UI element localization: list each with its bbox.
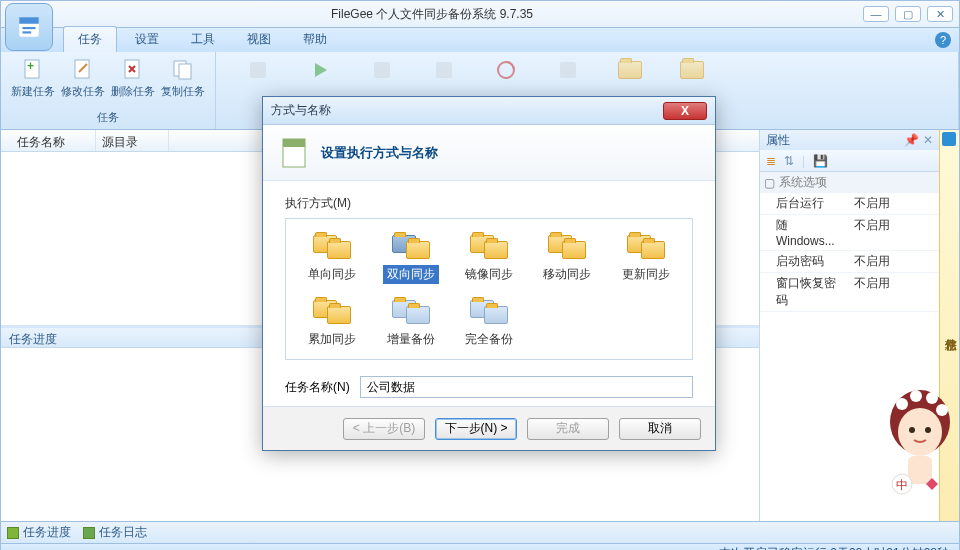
tab-tools[interactable]: 工具	[177, 27, 229, 52]
svg-point-22	[896, 398, 908, 410]
maximize-button[interactable]: ▢	[895, 6, 921, 22]
cancel-button[interactable]: 取消	[619, 418, 701, 440]
delete-task-icon	[121, 58, 145, 82]
copy-task-button[interactable]: 复制任务	[159, 56, 207, 110]
app-icon[interactable]	[5, 3, 53, 51]
new-task-button[interactable]: + 新建任务	[9, 56, 57, 110]
dialog-banner-text: 设置执行方式与名称	[321, 144, 438, 162]
dialog-banner-icon	[281, 137, 309, 169]
svg-point-23	[910, 390, 922, 402]
help-icon[interactable]: ?	[935, 32, 951, 48]
method-label: 执行方式(M)	[285, 195, 693, 212]
pin-icon[interactable]: 📌	[904, 133, 919, 147]
col-source-dir[interactable]: 源目录	[96, 130, 169, 151]
opt-full-backup[interactable]: 完全备份	[453, 296, 525, 351]
method-options: 单向同步 双向同步 镜像同步 移动同步 更新同步 累加同步 增量备份 完全备份	[285, 218, 693, 360]
property-row[interactable]: 后台运行不启用	[760, 193, 939, 215]
opt-accumulate-sync[interactable]: 累加同步	[296, 296, 368, 351]
tab-help[interactable]: 帮助	[289, 27, 341, 52]
next-button[interactable]: 下一步(N) >	[435, 418, 517, 440]
property-row[interactable]: 窗口恢复密码不启用	[760, 273, 939, 312]
tab-settings[interactable]: 设置	[121, 27, 173, 52]
property-row[interactable]: 随Windows...不启用	[760, 215, 939, 251]
finish-button: 完成	[527, 418, 609, 440]
opt-move-sync[interactable]: 移动同步	[531, 231, 603, 286]
bottom-tabs: 任务进度 任务日志	[0, 522, 960, 544]
window-title: FileGee 个人文件同步备份系统 9.7.35	[1, 6, 863, 23]
svg-marker-11	[315, 63, 327, 77]
opt-incremental-backup[interactable]: 增量备份	[374, 296, 446, 351]
svg-rect-1	[19, 17, 39, 24]
svg-text:中: 中	[896, 478, 908, 492]
svg-rect-13	[436, 62, 452, 78]
opt-mirror-sync[interactable]: 镜像同步	[453, 231, 525, 286]
svg-rect-2	[23, 27, 36, 29]
prev-button: < 上一步(B)	[343, 418, 425, 440]
copy-task-icon	[171, 58, 195, 82]
svg-point-25	[936, 404, 948, 416]
opt-oneway-sync[interactable]: 单向同步	[296, 231, 368, 286]
property-row[interactable]: 启动密码不启用	[760, 251, 939, 273]
bottom-tab-log[interactable]: 任务日志	[83, 524, 147, 541]
svg-text:+: +	[27, 59, 34, 73]
dialog-title: 方式与名称	[271, 102, 331, 119]
opt-update-sync[interactable]: 更新同步	[610, 231, 682, 286]
svg-rect-9	[179, 64, 191, 79]
task-name-input[interactable]	[360, 376, 693, 398]
titlebar: FileGee 个人文件同步备份系统 9.7.35 — ▢ ✕	[0, 0, 960, 28]
edit-task-button[interactable]: 修改任务	[59, 56, 107, 110]
properties-toolbar: ≣ ⇅ | 💾	[760, 150, 939, 172]
svg-point-24	[926, 392, 938, 404]
svg-rect-17	[283, 139, 305, 147]
minimize-button[interactable]: —	[863, 6, 889, 22]
delete-task-button[interactable]: 删除任务	[109, 56, 157, 110]
dialog-method-and-name: 方式与名称 X 设置执行方式与名称 执行方式(M) 单向同步 双向同步 镜像同步…	[262, 96, 716, 451]
sort-icon[interactable]: ⇅	[784, 154, 794, 168]
tab-view[interactable]: 视图	[233, 27, 285, 52]
svg-rect-15	[560, 62, 576, 78]
new-task-icon: +	[21, 58, 45, 82]
mascot-character[interactable]: 中	[880, 382, 960, 502]
close-button[interactable]: ✕	[927, 6, 953, 22]
svg-rect-3	[23, 31, 32, 33]
edit-task-icon	[71, 58, 95, 82]
col-task-name[interactable]: 任务名称	[11, 130, 96, 151]
close-panel-icon[interactable]: ✕	[923, 133, 933, 147]
svg-point-20	[909, 427, 915, 433]
save-icon[interactable]: 💾	[813, 154, 828, 168]
properties-title: 属性	[766, 132, 790, 149]
list-view-icon[interactable]: ≣	[766, 154, 776, 168]
tab-tasks[interactable]: 任务	[63, 26, 117, 52]
svg-point-21	[925, 427, 931, 433]
statusbar: 本次开启已稳定运行 0天00小时01分钟28秒	[0, 544, 960, 550]
menubar: 任务 设置 工具 视图 帮助 ?	[0, 28, 960, 52]
task-name-label: 任务名称(N)	[285, 379, 350, 396]
svg-rect-10	[250, 62, 266, 78]
bottom-tab-progress[interactable]: 任务进度	[7, 524, 71, 541]
svg-point-19	[898, 408, 942, 456]
ribbon-group-label: 任务	[9, 110, 207, 125]
opt-twoway-sync[interactable]: 双向同步	[374, 231, 446, 286]
status-text: 本次开启已稳定运行 0天00小时01分钟28秒	[719, 545, 949, 550]
svg-rect-12	[374, 62, 390, 78]
property-group[interactable]: ▢系统选项	[760, 172, 939, 193]
dialog-close-button[interactable]: X	[663, 102, 707, 120]
